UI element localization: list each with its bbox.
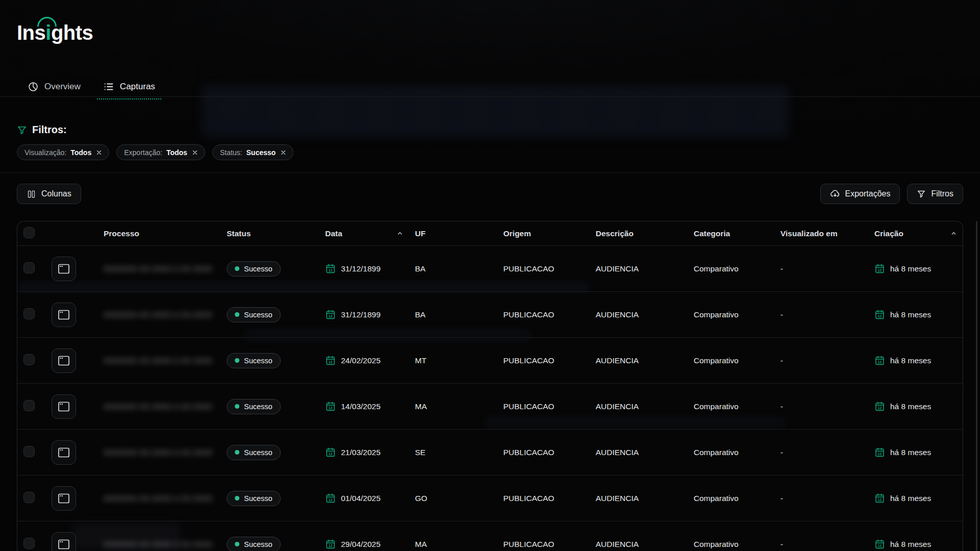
data-value: 31/12/1899 — [341, 310, 381, 319]
col-header-criacao[interactable]: Criação — [874, 229, 903, 238]
table-row[interactable]: 0000000-00.0000.0.00.0000 Sucesso 1224/0… — [17, 337, 963, 383]
sort-asc-icon[interactable] — [950, 230, 958, 237]
row-checkbox[interactable] — [23, 446, 35, 457]
list-icon — [103, 81, 114, 92]
chip-value: Todos — [166, 148, 187, 157]
calendar-icon: 12 — [874, 309, 885, 320]
calendar-icon: 12 — [874, 493, 885, 504]
calendar-icon: 12 — [874, 355, 885, 366]
close-icon[interactable] — [280, 149, 287, 156]
open-capture-button[interactable] — [52, 440, 76, 465]
status-badge: Sucesso — [227, 261, 281, 277]
row-checkbox[interactable] — [23, 538, 35, 549]
criacao-value: há 8 meses — [890, 356, 931, 365]
descricao-value: AUDIENCIA — [596, 448, 694, 457]
processo-redacted: 0000000-00.0000.0.00.0000 — [104, 356, 213, 365]
filters-button[interactable]: Filtros — [907, 184, 963, 204]
open-capture-button[interactable] — [52, 257, 76, 281]
tab-overview-label: Overview — [44, 82, 81, 92]
svg-text:12: 12 — [329, 498, 333, 502]
pie-chart-icon — [28, 81, 39, 92]
visualizado-em-value: - — [780, 264, 874, 273]
success-dot-icon — [235, 266, 239, 271]
status-badge: Sucesso — [227, 445, 281, 460]
chip-value: Sucesso — [247, 148, 276, 157]
descricao-value: AUDIENCIA — [596, 264, 694, 273]
window-icon — [58, 538, 70, 550]
row-checkbox[interactable] — [23, 492, 35, 503]
svg-text:12: 12 — [329, 360, 333, 364]
open-capture-button[interactable] — [52, 532, 76, 551]
chip-value: Todos — [70, 148, 91, 157]
col-header-processo[interactable]: Processo — [104, 229, 227, 238]
origem-value: PUBLICACAO — [503, 448, 596, 457]
table-row[interactable]: 0000000-00.0000.0.00.0000 Sucesso 1221/0… — [17, 429, 963, 475]
col-header-uf[interactable]: UF — [415, 229, 503, 238]
origem-value: PUBLICACAO — [503, 310, 596, 319]
calendar-icon: 12 — [325, 401, 336, 412]
criacao-value: há 8 meses — [890, 494, 931, 503]
open-capture-button[interactable] — [52, 348, 76, 373]
columns-button-label: Colunas — [41, 189, 71, 198]
status-badge: Sucesso — [227, 399, 281, 414]
window-icon — [58, 400, 70, 413]
row-checkbox[interactable] — [23, 308, 35, 319]
svg-text:12: 12 — [329, 268, 333, 272]
table-row[interactable]: 0000000-00.0000.0.00.0000 Sucesso 1214/0… — [17, 383, 963, 429]
filters-heading-label: Filtros: — [32, 124, 67, 136]
uf-value: BA — [415, 310, 503, 319]
col-header-visualizado-em[interactable]: Visualizado em — [780, 229, 874, 238]
criacao-value: há 8 meses — [890, 264, 931, 273]
vertical-scrollbar[interactable] — [976, 221, 977, 551]
chip-visualizacao[interactable]: Visualização: Todos — [17, 144, 109, 160]
criacao-value: há 8 meses — [890, 448, 931, 457]
row-checkbox[interactable] — [23, 262, 35, 273]
uf-value: BA — [415, 264, 503, 273]
processo-redacted: 0000000-00.0000.0.00.0000 — [104, 402, 213, 411]
table-row[interactable]: 0000000-00.0000.0.00.0000 Sucesso 1229/0… — [17, 521, 963, 551]
col-header-status[interactable]: Status — [227, 229, 325, 238]
funnel-icon — [17, 125, 27, 135]
origem-value: PUBLICACAO — [503, 264, 596, 273]
columns-button[interactable]: Colunas — [17, 184, 81, 204]
table-row[interactable]: 0000000-00.0000.0.00.0000 Sucesso 1231/1… — [17, 245, 963, 291]
exports-button[interactable]: Exportações — [820, 184, 900, 204]
open-capture-button[interactable] — [52, 303, 76, 327]
row-checkbox[interactable] — [23, 354, 35, 365]
tab-capturas[interactable]: Capturas — [96, 77, 162, 99]
table-header-row: Processo Status Data UF Origem Descrição… — [17, 221, 963, 245]
chip-status[interactable]: Status: Sucesso — [212, 144, 293, 160]
tab-capturas-label: Capturas — [120, 82, 155, 92]
tab-overview[interactable]: Overview — [20, 77, 88, 99]
processo-redacted: 0000000-00.0000.0.00.0000 — [104, 448, 213, 457]
captures-table: Processo Status Data UF Origem Descrição… — [17, 221, 963, 551]
descricao-value: AUDIENCIA — [596, 494, 694, 503]
svg-text:12: 12 — [878, 406, 882, 410]
success-dot-icon — [235, 404, 239, 409]
col-header-origem[interactable]: Origem — [503, 229, 596, 238]
col-header-descricao[interactable]: Descrição — [596, 229, 694, 238]
row-checkbox[interactable] — [23, 400, 35, 411]
sort-asc-icon[interactable] — [396, 230, 404, 237]
descricao-value: AUDIENCIA — [596, 356, 694, 365]
close-icon[interactable] — [191, 149, 199, 156]
open-capture-button[interactable] — [52, 486, 76, 511]
svg-text:12: 12 — [878, 544, 882, 547]
col-header-data[interactable]: Data — [325, 229, 342, 238]
window-icon — [58, 355, 70, 367]
visualizado-em-value: - — [780, 356, 874, 365]
svg-text:12: 12 — [878, 314, 882, 318]
processo-redacted: 0000000-00.0000.0.00.0000 — [104, 494, 213, 503]
columns-icon — [27, 189, 36, 199]
table-row[interactable]: 0000000-00.0000.0.00.0000 Sucesso 1231/1… — [17, 291, 963, 337]
close-icon[interactable] — [95, 149, 103, 156]
categoria-value: Comparativo — [694, 264, 780, 273]
success-dot-icon — [235, 312, 239, 317]
open-capture-button[interactable] — [52, 394, 76, 419]
data-value: 31/12/1899 — [341, 264, 381, 273]
select-all-checkbox[interactable] — [23, 227, 35, 238]
chip-exportacao[interactable]: Exportação: Todos — [116, 144, 205, 160]
table-row[interactable]: 0000000-00.0000.0.00.0000 Sucesso 1201/0… — [17, 475, 963, 521]
filters-heading: Filtros: — [17, 124, 67, 136]
col-header-categoria[interactable]: Categoria — [694, 229, 780, 238]
